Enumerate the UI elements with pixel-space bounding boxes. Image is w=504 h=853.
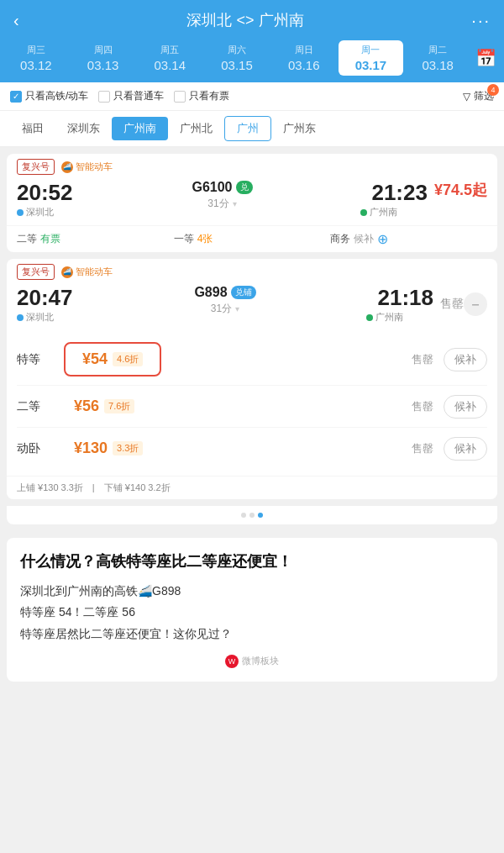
tejia-waitlist[interactable]: 候补 [444, 348, 487, 371]
erji-class-detail: 二等 [17, 399, 50, 414]
station-tab-futian[interactable]: 福田 [10, 117, 55, 140]
ticket-add-shangwu[interactable]: ⊕ [377, 231, 388, 247]
depart-time-1: 20:52 [17, 180, 84, 206]
train-num-2: G898 [194, 285, 227, 300]
train-mid-2: G898 兑铺 31分 ▾ [84, 285, 366, 316]
num-badge-1: 兑 [236, 181, 253, 194]
bunk-info: 上铺 ¥130 3.3折 | 下铺 ¥140 3.2折 [7, 476, 497, 499]
to-station-1: 广州南 [360, 206, 428, 219]
train-number-badge-1: G6100 兑 [192, 180, 252, 195]
train-card-2: 复兴号 🚄 智能动车 20:47 深圳北 G898 兑铺 31分 ▾ [7, 259, 497, 499]
ticket-count-yiji: 4张 [197, 232, 213, 246]
ticket-item-erji-1: 二等 有票 [17, 231, 174, 247]
to-station-2: 广州南 [366, 311, 433, 324]
dongwo-price-area: ¥130 3.3折 [64, 436, 153, 461]
duration-arrow-2: ▾ [235, 304, 239, 313]
collapse-button[interactable]: － [464, 292, 487, 316]
has-ticket-checkbox[interactable] [174, 91, 186, 103]
erji-price: ¥56 [74, 398, 99, 415]
ticket-details: 特等 ¥54 4.6折 售罄 候补 二等 ¥56 7.6折 售罄 候补 [7, 330, 497, 476]
station-tab-guangzhounan[interactable]: 广州南 [112, 117, 168, 140]
station-tab-guangzhou[interactable]: 广州 [224, 116, 271, 141]
high-speed-filter[interactable]: ✓ 只看高铁/动车 [10, 89, 88, 103]
dongwo-waitlist[interactable]: 候补 [444, 437, 487, 461]
train-badge-row-1: 复兴号 🚄 智能动车 [7, 154, 497, 176]
high-speed-label: 只看高铁/动车 [25, 89, 88, 103]
tejia-price: ¥54 [82, 350, 108, 368]
date-item-03.13[interactable]: 周四03.13 [71, 40, 136, 76]
dongwo-sold: 售罄 [412, 441, 433, 456]
normal-label: 只看普通车 [113, 89, 164, 103]
scroll-dots [7, 506, 497, 524]
ticket-detail-dongwo: 动卧 ¥130 3.3折 售罄 候补 [17, 428, 487, 469]
arrive-time-1: 21:23 [360, 180, 428, 206]
from-dot-1 [17, 209, 24, 216]
from-station-2: 深圳北 [17, 311, 84, 324]
post-body: 深圳北到广州南的高铁🚄G898 特等座 54！二等座 56 特等座居然比二等座还… [20, 581, 484, 645]
scroll-dot-1 [241, 513, 246, 518]
back-button[interactable]: ‹ [13, 11, 19, 30]
to-dot-2 [366, 314, 373, 321]
ticket-detail-tejia: 特等 ¥54 4.6折 售罄 候补 [17, 334, 487, 386]
erji-price-area: ¥56 7.6折 [64, 394, 144, 419]
ticket-wait-shangwu: 候补 [354, 232, 374, 246]
date-item-03.12[interactable]: 周三03.12 [3, 40, 69, 76]
station-tab-guangzhoudong[interactable]: 广州东 [271, 117, 328, 140]
date-item-03.17[interactable]: 周一03.17 [339, 40, 404, 76]
train-main-row-2: 20:47 深圳北 G898 兑铺 31分 ▾ 21:18 [7, 282, 497, 330]
ticket-row-1: 二等 有票 一等 4张 商务 候补 ⊕ [7, 225, 497, 252]
has-ticket-filter[interactable]: 只看有票 [174, 89, 229, 103]
normal-train-filter[interactable]: 只看普通车 [98, 89, 164, 103]
erji-waitlist[interactable]: 候补 [444, 395, 487, 419]
date-item-03.18[interactable]: 周二03.18 [405, 40, 470, 76]
normal-checkbox[interactable] [98, 91, 110, 103]
from-dot-2 [17, 314, 24, 321]
date-item-03.16[interactable]: 周日03.16 [271, 40, 337, 76]
train-num-1: G6100 [192, 180, 232, 195]
high-speed-checkbox[interactable]: ✓ [10, 91, 22, 103]
date-item-03.15[interactable]: 周六03.15 [204, 40, 270, 76]
station-tab-guangzhoubei[interactable]: 广州北 [168, 117, 224, 140]
fuxing-badge-1: 复兴号 [17, 159, 55, 175]
page-title: 深圳北 <> 广州南 [19, 10, 472, 30]
ticket-class-erji: 二等 [17, 232, 37, 246]
train-price-1: ¥74.5起 [434, 180, 487, 200]
station-tab-shenzhendong[interactable]: 深圳东 [55, 117, 112, 140]
train-main-row-1: 20:52 深圳北 G6100 兑 31分 ▾ 21:23 [7, 176, 497, 225]
train-duration-1: 31分 ▾ [207, 197, 236, 211]
train-badge-row-2: 复兴号 🚄 智能动车 [7, 259, 497, 282]
sold-out-label: 售罄 [440, 297, 464, 312]
depart-time-2: 20:47 [17, 285, 84, 311]
ticket-avail-erji: 有票 [40, 232, 60, 246]
date-item-03.14[interactable]: 周五03.14 [137, 40, 202, 76]
tejia-discount: 4.6折 [113, 352, 143, 366]
arrive-time-2: 21:18 [366, 285, 433, 311]
dongwo-discount: 3.3折 [113, 441, 143, 455]
weibo-logo: W 微博板块 [225, 655, 279, 668]
dongwo-class: 动卧 [17, 441, 50, 456]
scroll-dot-3 [258, 513, 263, 518]
smart-badge-2: 🚄 智能动车 [61, 266, 113, 278]
train-card-1: 复兴号 🚄 智能动车 20:52 深圳北 G6100 兑 31分 ▾ [7, 154, 497, 252]
to-dot-1 [360, 209, 367, 216]
erji-sold: 售罄 [412, 399, 433, 414]
weibo-icon: W [225, 655, 239, 668]
train-mid-1: G6100 兑 31分 ▾ [84, 180, 360, 211]
dongwo-price: ¥130 [74, 440, 108, 457]
weibo-label: 微博板块 [242, 655, 279, 667]
smart-icon-2: 🚄 [61, 266, 73, 278]
scroll-dot-2 [249, 513, 255, 518]
header: ‹ 深圳北 <> 广州南 ··· [0, 0, 504, 40]
calendar-icon[interactable]: 📅 [470, 48, 501, 68]
check-icon: ✓ [13, 92, 19, 101]
filter-bar: ✓ 只看高铁/动车 只看普通车 只看有票 ▽ 筛选 4 [0, 82, 504, 111]
more-button[interactable]: ··· [471, 11, 491, 30]
duration-arrow-1: ▾ [233, 199, 237, 208]
from-station-1: 深圳北 [17, 206, 84, 219]
smart-icon-1: 🚄 [61, 161, 73, 173]
filter-button[interactable]: ▽ 筛选 4 [463, 89, 494, 103]
post-section: 什么情况？高铁特等座比二等座还便宜！ 深圳北到广州南的高铁🚄G898 特等座 5… [7, 538, 497, 682]
post-line-1: 深圳北到广州南的高铁🚄G898 [20, 581, 484, 602]
train-list: 复兴号 🚄 智能动车 20:52 深圳北 G6100 兑 31分 ▾ [0, 147, 504, 531]
ticket-item-shangwu-1: 商务 候补 ⊕ [330, 231, 487, 247]
